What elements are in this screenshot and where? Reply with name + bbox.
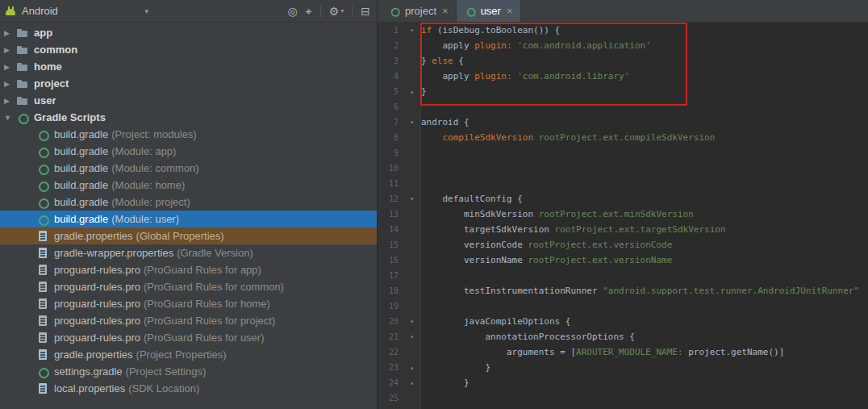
tree-item-label: app — [34, 27, 52, 39]
tree-item-label: gradle.properties — [54, 348, 133, 361]
line-number: 21 — [378, 329, 403, 344]
line-number: 8 — [378, 130, 403, 145]
tree-item-local-properties[interactable]: local.properties(SDK Location) — [0, 380, 377, 397]
tree-item-gradle-scripts[interactable]: ▼Gradle Scripts — [0, 109, 377, 126]
code-text: apply plugin: 'com.android.application' — [421, 38, 651, 53]
chevron-collapsed-icon[interactable]: ▶ — [4, 29, 16, 37]
code-line: 23▴ } — [378, 360, 868, 375]
tree-item-proguard-rules-pro[interactable]: proguard-rules.pro(ProGuard Rules for ho… — [0, 295, 377, 312]
editor-tab-user[interactable]: user× — [457, 0, 521, 22]
line-number: 25 — [378, 390, 403, 406]
tree-item-qualifier: (Module: project) — [111, 196, 190, 208]
fold-collapse-icon[interactable]: ▾ — [403, 329, 421, 344]
tree-item-label: home — [34, 61, 62, 73]
line-number: 12 — [378, 191, 403, 207]
line-number: 15 — [378, 237, 403, 252]
tree-item-build-gradle[interactable]: build.gradle(Module: common) — [0, 160, 377, 177]
fold-end-icon[interactable]: ▴ — [403, 375, 421, 390]
line-number: 14 — [378, 222, 403, 237]
tree-item-app[interactable]: ▶app — [0, 24, 377, 41]
code-line: 24▴ } — [378, 375, 868, 390]
pro-file-icon — [36, 281, 49, 294]
gradle-file-icon — [16, 111, 29, 124]
locate-icon[interactable]: ◎ — [288, 6, 298, 17]
chevron-down-icon: ▾ — [144, 7, 148, 15]
project-view-selector[interactable]: Android ▾ — [5, 5, 148, 17]
code-line: 5▴} — [378, 84, 868, 99]
tree-item-qualifier: (ProGuard Rules for user) — [144, 332, 265, 344]
tree-item-proguard-rules-pro[interactable]: proguard-rules.pro(ProGuard Rules for co… — [0, 278, 377, 295]
fold-gutter — [403, 145, 421, 161]
code-text: versionCode rootProject.ext.versionCode — [421, 237, 672, 252]
fold-end-icon[interactable]: ▴ — [403, 360, 421, 375]
fold-gutter — [403, 344, 421, 360]
tree-item-gradle-properties[interactable]: gradle.properties(Project Properties) — [0, 346, 377, 363]
tree-item-common[interactable]: ▶common — [0, 41, 377, 58]
fold-collapse-icon[interactable]: ▾ — [403, 115, 421, 130]
tree-item-label: gradle.properties — [54, 230, 133, 242]
chevron-collapsed-icon[interactable]: ▶ — [4, 46, 16, 54]
code-line: 1▾if (isDebug.toBoolean()) { — [378, 23, 868, 38]
gradle-file-icon — [36, 213, 49, 226]
tree-item-gradle-properties[interactable]: gradle.properties(Global Properties) — [0, 227, 377, 244]
code-line: 20▾ javaCompileOptions { — [378, 314, 868, 329]
tree-item-label: gradle-wrapper.properties — [54, 247, 173, 259]
code-text: testInstrumentationRunner "android.suppo… — [421, 283, 859, 298]
line-number: 23 — [378, 360, 403, 375]
line-number: 24 — [378, 375, 403, 390]
tree-item-build-gradle[interactable]: build.gradle(Project: modules) — [0, 126, 377, 143]
code-line: 11 — [378, 176, 868, 191]
close-icon[interactable]: × — [507, 5, 513, 17]
code-editor[interactable]: 1▾if (isDebug.toBoolean()) {2 apply plug… — [378, 23, 868, 409]
tree-item-build-gradle[interactable]: build.gradle(Module: app) — [0, 143, 377, 160]
chevron-collapsed-icon[interactable]: ▶ — [4, 63, 16, 71]
tree-item-proguard-rules-pro[interactable]: proguard-rules.pro(ProGuard Rules for pr… — [0, 312, 377, 329]
fold-gutter — [403, 161, 421, 176]
fold-collapse-icon[interactable]: ▾ — [403, 23, 421, 38]
code-line: 16 versionName rootProject.ext.versionNa… — [378, 252, 868, 268]
code-line: 12▾ defaultConfig { — [378, 191, 868, 207]
code-line: 14 targetSdkVersion rootProject.ext.targ… — [378, 222, 868, 237]
line-number: 5 — [378, 84, 403, 99]
tree-item-label: build.gradle — [54, 213, 108, 225]
code-text: defaultConfig { — [421, 191, 523, 207]
tree-item-qualifier: (Project Properties) — [136, 348, 227, 361]
chevron-collapsed-icon[interactable]: ▶ — [4, 80, 16, 88]
collapse-all-icon[interactable]: ⌖ — [306, 6, 312, 17]
tree-item-build-gradle[interactable]: build.gradle(Module: home) — [0, 177, 377, 194]
tree-item-user[interactable]: ▶user — [0, 92, 377, 109]
tree-item-proguard-rules-pro[interactable]: proguard-rules.pro(ProGuard Rules for us… — [0, 329, 377, 346]
fold-gutter — [403, 283, 421, 298]
fold-gutter — [403, 99, 421, 115]
fold-end-icon[interactable]: ▴ — [403, 84, 421, 99]
tree-item-qualifier: (Module: home) — [111, 179, 185, 191]
editor-tab-project[interactable]: project× — [381, 0, 457, 22]
tree-item-settings-gradle[interactable]: settings.gradle(Project Settings) — [0, 363, 377, 380]
line-number: 17 — [378, 268, 403, 283]
tree-item-qualifier: (Module: user) — [111, 213, 179, 225]
gradle-file-icon — [465, 6, 476, 17]
gradle-file-icon — [36, 179, 49, 192]
code-text: } — [421, 360, 490, 375]
tab-label: user — [481, 5, 501, 17]
folder-file-icon — [16, 77, 29, 90]
settings-gear-icon[interactable]: ⚙▾ — [329, 6, 344, 17]
chevron-collapsed-icon[interactable]: ▶ — [4, 97, 16, 105]
tree-item-gradle-wrapper-properties[interactable]: gradle-wrapper.properties(Gradle Version… — [0, 244, 377, 261]
tree-item-qualifier: (ProGuard Rules for project) — [144, 315, 275, 327]
tree-item-proguard-rules-pro[interactable]: proguard-rules.pro(ProGuard Rules for ap… — [0, 261, 377, 278]
line-number: 22 — [378, 344, 403, 360]
code-text: if (isDebug.toBoolean()) { — [421, 23, 560, 38]
tree-item-label: proguard-rules.pro — [54, 332, 140, 344]
tree-item-build-gradle[interactable]: build.gradle(Module: project) — [0, 194, 377, 211]
fold-collapse-icon[interactable]: ▾ — [403, 314, 421, 329]
fold-gutter — [403, 69, 421, 84]
tree-item-label: Gradle Scripts — [34, 111, 106, 123]
fold-collapse-icon[interactable]: ▾ — [403, 191, 421, 207]
hide-panel-icon[interactable]: ⊟ — [361, 6, 370, 17]
tree-item-build-gradle[interactable]: build.gradle(Module: user) — [0, 211, 377, 227]
tree-item-home[interactable]: ▶home — [0, 58, 377, 75]
close-icon[interactable]: × — [442, 5, 449, 17]
chevron-expanded-icon[interactable]: ▼ — [4, 114, 16, 122]
tree-item-project[interactable]: ▶project — [0, 75, 377, 92]
